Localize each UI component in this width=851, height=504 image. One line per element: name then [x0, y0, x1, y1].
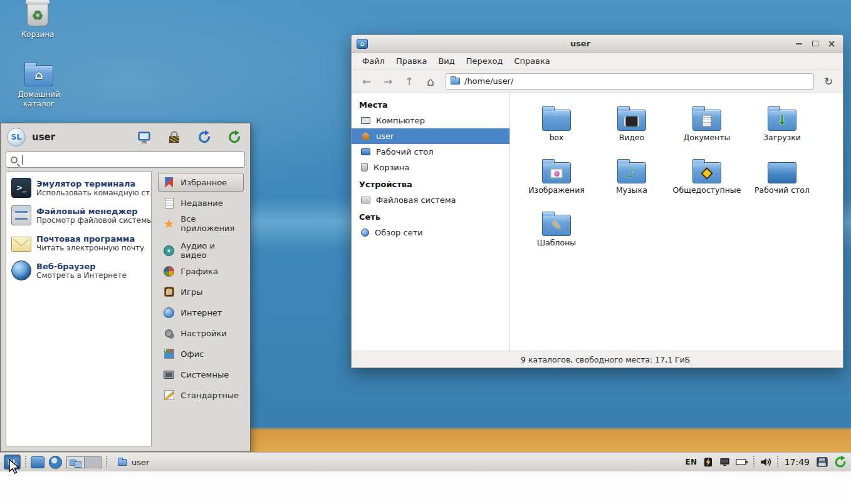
menu-edit[interactable]: Правка: [390, 54, 432, 68]
minimize-button[interactable]: [793, 38, 805, 49]
file-item-templates[interactable]: ✎ Шаблоны: [519, 206, 594, 259]
restart-button[interactable]: [195, 129, 214, 145]
desktop-icon-home[interactable]: ⌂ Домашний каталог: [8, 65, 70, 109]
status-bar: 9 каталогов, свободного места: 17,1 ГиБ: [352, 351, 843, 368]
power-manager-icon[interactable]: [702, 456, 714, 468]
file-grid[interactable]: box Видео Документы ↓ Загрузки Изображен…: [510, 93, 843, 351]
text-caret: [22, 155, 23, 165]
launcher-button[interactable]: [49, 456, 62, 469]
file-item-box[interactable]: box: [519, 101, 594, 153]
recent-icon: [163, 197, 175, 209]
home-icon: [361, 132, 370, 140]
file-item-downloads[interactable]: ↓ Загрузки: [744, 101, 820, 153]
category-settings[interactable]: Настройки: [158, 324, 244, 342]
app-item-terminal[interactable]: >_ Эмулятор терминала Использовать коман…: [8, 174, 149, 202]
volume-icon[interactable]: [760, 456, 772, 468]
workspace-switcher[interactable]: [66, 456, 102, 468]
sidebar-item-computer[interactable]: Компьютер: [352, 113, 509, 128]
reload-button[interactable]: ↻: [819, 73, 838, 90]
computer-icon: [361, 117, 370, 124]
file-item-documents[interactable]: Документы: [669, 101, 744, 153]
category-audio-video[interactable]: Аудио и видео: [158, 241, 244, 260]
menu-go[interactable]: Переход: [461, 54, 509, 68]
app-item-browser[interactable]: Веб-браузер Смотреть в Интернете: [8, 257, 149, 284]
trash-icon: [361, 163, 368, 172]
category-recent[interactable]: Недавние: [158, 193, 244, 212]
path-bar[interactable]: /home/user/: [446, 73, 814, 90]
logout-icon: [227, 130, 242, 145]
clock[interactable]: 17:49: [783, 457, 811, 467]
category-system[interactable]: Системные: [158, 365, 244, 384]
category-favorites[interactable]: Избранное: [158, 173, 244, 192]
reload-icon: ↻: [824, 75, 833, 88]
folder-documents-icon: [692, 110, 721, 131]
menu-file[interactable]: Файл: [357, 54, 390, 68]
home-button[interactable]: ⌂: [420, 73, 441, 90]
sidebar-item-label: Компьютер: [376, 116, 425, 125]
battery-tray-icon[interactable]: [736, 458, 748, 466]
category-all-apps[interactable]: ★ Все приложения: [158, 214, 244, 233]
sidebar-item-label: user: [376, 131, 394, 141]
settings-button[interactable]: [135, 129, 154, 145]
forward-button[interactable]: →: [378, 73, 398, 90]
category-accessories[interactable]: Стандартные: [158, 386, 244, 404]
titlebar[interactable]: ⌂ user ×: [352, 35, 843, 53]
search-input[interactable]: [6, 152, 245, 168]
search-icon: [11, 157, 18, 163]
file-label: Рабочий стол: [754, 185, 810, 195]
taskbar: SL user EN 17:49: [0, 452, 851, 471]
toolbar: ← → ↑ ⌂ /home/user/ ↻: [352, 69, 843, 93]
sidebar-item-user[interactable]: user: [352, 128, 509, 144]
category-internet[interactable]: Интернет: [158, 303, 244, 322]
category-graphics[interactable]: Графика: [158, 262, 244, 280]
category-games[interactable]: Игры: [158, 282, 244, 301]
removable-media-icon[interactable]: [816, 456, 828, 468]
graphics-icon: [163, 265, 175, 277]
sidebar-item-label: Файловая система: [376, 195, 456, 205]
menu-help[interactable]: Справка: [508, 54, 555, 68]
display-tray-icon[interactable]: [719, 456, 731, 468]
category-office[interactable]: Офис: [158, 344, 244, 363]
sidebar-item-label: Рабочий стол: [376, 147, 433, 157]
session-logout-icon[interactable]: [833, 455, 847, 469]
desktop-icon-trash[interactable]: ♻ Корзина: [6, 3, 69, 39]
file-item-video[interactable]: Видео: [594, 101, 669, 153]
close-button[interactable]: ×: [825, 38, 838, 49]
file-label: Музыка: [616, 185, 647, 195]
menu-view[interactable]: Вид: [432, 54, 460, 68]
lock-screen-button[interactable]: [165, 129, 184, 145]
show-desktop-button[interactable]: [31, 456, 44, 468]
separator: [753, 456, 754, 468]
file-item-desktop[interactable]: Рабочий стол: [744, 153, 820, 206]
mouse-cursor: [8, 459, 22, 475]
maximize-button[interactable]: [809, 38, 822, 49]
category-list: Избранное Недавние ★ Все приложения Ауди…: [152, 172, 245, 446]
back-button[interactable]: ←: [357, 73, 377, 90]
status-text: 9 каталогов, свободного места: 17,1 ГиБ: [521, 355, 690, 364]
workspace-2[interactable]: [84, 457, 101, 468]
separator: [777, 456, 778, 468]
sidebar-item-desktop[interactable]: Рабочий стол: [352, 144, 509, 160]
keyboard-layout-indicator[interactable]: EN: [685, 458, 697, 466]
sidebar-item-trash[interactable]: Корзина: [352, 160, 509, 175]
desktop-icon: [361, 148, 370, 155]
app-title: Веб-браузер: [36, 262, 127, 271]
sidebar-item-filesystem[interactable]: Файловая система: [352, 192, 509, 208]
sidebar-section-devices: Устройства: [352, 175, 509, 192]
app-item-file-manager[interactable]: Файловый менеджер Просмотр файловой сист…: [8, 202, 149, 229]
task-button-user[interactable]: user: [112, 455, 155, 470]
pencil-emblem-icon: ✎: [551, 219, 561, 232]
screen: ♻ Корзина ⌂ Домашний каталог ⌂ user × Фа…: [0, 0, 851, 504]
app-desc: Использовать командную ст...: [36, 188, 146, 197]
sidebar-item-network-browse[interactable]: Обзор сети: [352, 225, 509, 240]
file-item-public[interactable]: Общедоступные: [669, 153, 744, 206]
path-text: /home/user/: [464, 76, 513, 86]
logout-button[interactable]: [225, 129, 244, 145]
category-label: Избранное: [180, 178, 227, 187]
workspace-1[interactable]: [67, 457, 84, 468]
file-item-pictures[interactable]: Изображения: [519, 153, 594, 206]
accessories-icon: [163, 389, 175, 401]
file-item-music[interactable]: ♪ Музыка: [594, 153, 669, 206]
app-item-mail[interactable]: Почтовая программа Читать электронную по…: [8, 229, 149, 257]
up-button[interactable]: ↑: [399, 73, 419, 90]
